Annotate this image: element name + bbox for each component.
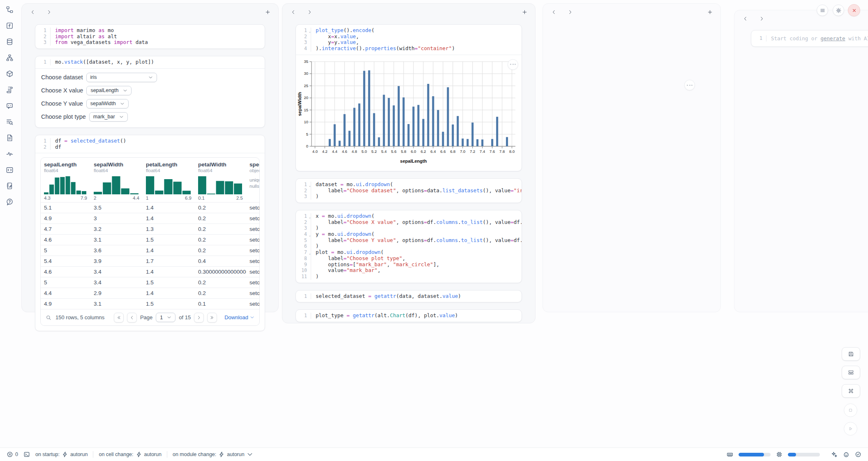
code-editor[interactable]: 1⌄dataset = mo.ui.dropdown(2 label="Choo… (296, 179, 522, 203)
column-header-sepalLength[interactable]: sepalLengthfloat644.37.9 (41, 158, 90, 202)
chevron-down-icon (250, 315, 254, 320)
sidebar-item-chatbot[interactable] (4, 101, 15, 112)
table-row[interactable]: 53.61.40.2setosa (41, 245, 259, 256)
svg-text:7.6: 7.6 (489, 149, 495, 154)
table-row[interactable]: 4.73.21.30.2setosa (41, 224, 259, 234)
settings-button[interactable] (833, 5, 844, 16)
sidebar-item-tracing[interactable] (4, 149, 15, 160)
sidebar-item-document[interactable] (4, 133, 15, 144)
column-header-species[interactable]: speciesobjectunique:nulls: (246, 158, 259, 202)
cell-selected-dataset[interactable]: 1selected_dataset = getattr(data, datase… (295, 290, 522, 303)
on-startup-setting[interactable]: on startup: autorun (35, 451, 88, 458)
column-1-header (22, 4, 278, 20)
table-row[interactable]: 4.931.40.2setosa (41, 213, 259, 224)
plot-type-select[interactable]: mark_bar (89, 112, 128, 122)
table-row[interactable]: 4.42.91.40.2setosa (41, 288, 259, 298)
add-cell-button[interactable] (519, 7, 529, 17)
command-palette-button[interactable] (842, 384, 860, 398)
y-value-select[interactable]: sepalWidth (86, 99, 129, 108)
notebook-menu-button[interactable] (817, 5, 828, 16)
line-number: 10 (296, 267, 311, 274)
column-header-petalWidth[interactable]: petalWidthfloat640.12.5 (195, 158, 246, 202)
table-cell: 4.7 (41, 224, 90, 234)
table-row[interactable]: 4.63.41.40.3000000000000004setosa (41, 266, 259, 277)
ai-sparkles-icon[interactable] (831, 451, 838, 458)
code-editor[interactable]: 1mo.vstack([dataset, x, y, plot]) (35, 56, 265, 68)
add-cell-button[interactable] (705, 7, 715, 17)
sidebar-item-scratchpad[interactable] (4, 181, 15, 192)
shutdown-button[interactable] (848, 4, 860, 16)
cell-plot[interactable]: 1⌄plot_type().encode(2 x=x.value,3 y=y.v… (295, 24, 522, 171)
search-icon[interactable] (46, 315, 51, 320)
sidebar-item-database[interactable] (4, 37, 15, 48)
sidebar-item-package[interactable] (4, 69, 15, 80)
sidebar-item-help[interactable] (4, 197, 15, 208)
download-button[interactable]: Download (224, 314, 254, 320)
move-column-left-button[interactable] (549, 7, 559, 17)
sidebar-item-dependency-graph[interactable] (4, 53, 15, 64)
code-editor[interactable]: 1selected_dataset = getattr(data, datase… (296, 290, 522, 302)
chart-menu-button[interactable] (508, 59, 518, 70)
sidebar-item-functions[interactable] (4, 21, 15, 32)
layout-button[interactable] (842, 366, 860, 379)
page-select[interactable]: 1 (156, 313, 175, 322)
prev-page-button[interactable] (127, 313, 137, 323)
dataframe-table: sepalLengthfloat644.37.9sepalWidthfloat6… (40, 157, 260, 326)
cell-dataset-dropdown[interactable]: 1⌄dataset = mo.ui.dropdown(2 label="Choo… (295, 178, 522, 203)
move-column-right-button[interactable] (757, 14, 766, 23)
errors-badge[interactable]: 0 (7, 451, 18, 458)
add-cell-button[interactable] (263, 7, 272, 17)
svg-text:4.6: 4.6 (342, 149, 347, 154)
move-column-right-button[interactable] (305, 7, 314, 17)
generate-with-ai-link[interactable]: generate (820, 35, 845, 41)
terminal-button[interactable] (23, 451, 30, 458)
cell-dataframe[interactable]: 1df = selected_dataset()2df sepalLengthf… (35, 135, 265, 331)
table-row[interactable]: 4.93.11.50.1setosa (41, 298, 259, 309)
code-editor[interactable]: 1df = selected_dataset()2df (35, 135, 265, 153)
table-row[interactable]: 5.43.91.70.4setosa (41, 256, 259, 266)
cell-xyplot-dropdowns[interactable]: 1⌄x = mo.ui.dropdown(2 label="Choose X v… (295, 210, 522, 283)
table-row[interactable]: 5.13.51.40.2setosa (41, 202, 259, 213)
cell-vstack[interactable]: 1mo.vstack([dataset, x, y, plot]) Choose… (35, 56, 265, 128)
run-all-button[interactable] (844, 422, 857, 436)
on-module-change-setting[interactable]: on module change: autorun (173, 451, 253, 458)
move-column-left-button[interactable] (740, 14, 750, 23)
altair-bar-chart[interactable]: 4.04.24.44.64.85.05.25.45.65.86.06.26.46… (297, 57, 520, 166)
dataset-select[interactable]: iris (86, 73, 157, 82)
cpu-usage-bar (788, 453, 820, 456)
column-header-petalLength[interactable]: petalLengthfloat6416.9 (143, 158, 195, 202)
sidebar-item-file-tree[interactable] (4, 5, 15, 16)
move-column-left-button[interactable] (288, 7, 298, 17)
cell-ai-placeholder[interactable]: 1 Start coding or generate with AI (751, 30, 868, 47)
line-number: 7⌄ (296, 249, 311, 256)
sidebar-item-search-list[interactable] (4, 117, 15, 128)
assistant-icon[interactable] (843, 451, 850, 458)
sidebar-item-scroll[interactable] (4, 85, 15, 96)
next-page-button[interactable] (194, 313, 204, 323)
connection-status-icon[interactable] (855, 451, 861, 458)
cell-plot-type[interactable]: 1plot_type = getattr(alt.Chart(df), plot… (295, 309, 522, 322)
on-cell-change-setting[interactable]: on cell change: autorun (99, 451, 162, 458)
column-header-sepalWidth[interactable]: sepalWidthfloat6424.4 (90, 158, 143, 202)
first-page-button[interactable] (114, 313, 124, 323)
svg-text:7.0: 7.0 (460, 149, 465, 154)
code-editor[interactable]: 1⌄x = mo.ui.dropdown(2 label="Choose X v… (296, 210, 522, 283)
stop-button[interactable] (844, 403, 857, 417)
move-column-right-button[interactable] (565, 7, 575, 17)
move-column-left-button[interactable] (28, 7, 37, 17)
ai-placeholder[interactable]: Start coding or generate with AI (766, 35, 868, 41)
line-number: 6 (296, 243, 311, 249)
code-editor[interactable]: 1import marimo as mo2import altair as al… (35, 25, 265, 48)
move-column-right-button[interactable] (44, 7, 54, 17)
table-row[interactable]: 53.41.50.2setosa (41, 277, 259, 288)
sidebar-item-snippets[interactable] (4, 165, 15, 176)
save-button[interactable] (842, 347, 860, 361)
code-editor[interactable]: 1plot_type = getattr(alt.Chart(df), plot… (296, 310, 522, 322)
last-page-button[interactable] (207, 313, 217, 323)
table-row[interactable]: 4.63.11.50.2setosa (41, 234, 259, 245)
code-editor[interactable]: 1⌄plot_type().encode(2 x=x.value,3 y=y.v… (296, 25, 522, 55)
cell-menu-button[interactable] (684, 80, 695, 90)
cell-imports[interactable]: 1import marimo as mo2import altair as al… (35, 24, 265, 49)
y-value-label: Choose Y value (41, 100, 83, 107)
x-value-select[interactable]: sepalLength (86, 86, 131, 95)
